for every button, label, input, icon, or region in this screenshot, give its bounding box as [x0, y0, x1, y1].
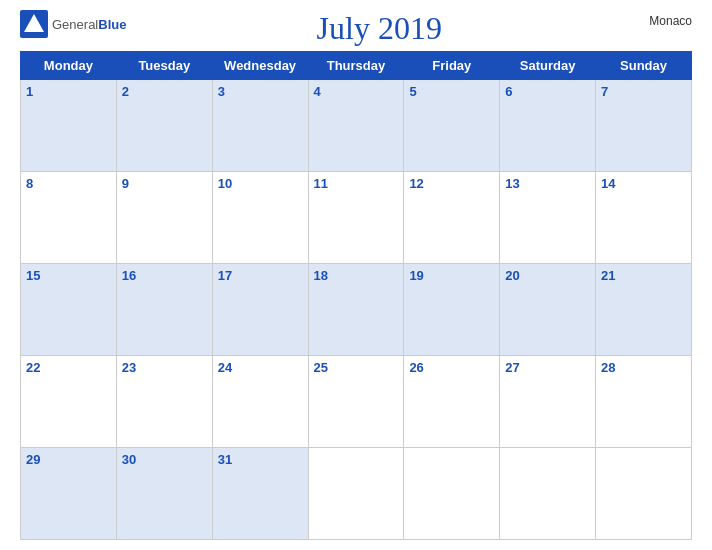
calendar-day-6: 6 — [500, 80, 596, 172]
day-header-tuesday: Tuesday — [116, 52, 212, 80]
calendar-day-20: 20 — [500, 264, 596, 356]
day-header-thursday: Thursday — [308, 52, 404, 80]
calendar-day-23: 23 — [116, 356, 212, 448]
calendar-day-12: 12 — [404, 172, 500, 264]
logo: GeneralBlue — [20, 10, 126, 38]
calendar-day-11: 11 — [308, 172, 404, 264]
calendar-day-15: 15 — [21, 264, 117, 356]
calendar-week-row: 15161718192021 — [21, 264, 692, 356]
calendar-day-3: 3 — [212, 80, 308, 172]
logo-text: GeneralBlue — [52, 15, 126, 33]
calendar-day-21: 21 — [596, 264, 692, 356]
calendar-week-row: 293031 — [21, 448, 692, 540]
calendar-table: MondayTuesdayWednesdayThursdayFridaySatu… — [20, 51, 692, 540]
calendar-body: 1234567891011121314151617181920212223242… — [21, 80, 692, 540]
calendar-day-13: 13 — [500, 172, 596, 264]
calendar-day-2: 2 — [116, 80, 212, 172]
calendar-day-31: 31 — [212, 448, 308, 540]
calendar-day-18: 18 — [308, 264, 404, 356]
calendar-day-25: 25 — [308, 356, 404, 448]
calendar-day-19: 19 — [404, 264, 500, 356]
title-area: July 2019 — [126, 10, 632, 47]
header: GeneralBlue July 2019 Monaco — [20, 10, 692, 47]
calendar-day-empty — [596, 448, 692, 540]
calendar-day-empty — [500, 448, 596, 540]
calendar-day-empty — [404, 448, 500, 540]
calendar-week-row: 1234567 — [21, 80, 692, 172]
calendar-day-16: 16 — [116, 264, 212, 356]
calendar-day-7: 7 — [596, 80, 692, 172]
calendar-day-8: 8 — [21, 172, 117, 264]
calendar-day-17: 17 — [212, 264, 308, 356]
day-header-sunday: Sunday — [596, 52, 692, 80]
calendar-header-row: MondayTuesdayWednesdayThursdayFridaySatu… — [21, 52, 692, 80]
logo-icon — [20, 10, 48, 38]
calendar-day-1: 1 — [21, 80, 117, 172]
calendar-day-empty — [308, 448, 404, 540]
calendar-day-30: 30 — [116, 448, 212, 540]
day-header-saturday: Saturday — [500, 52, 596, 80]
day-header-wednesday: Wednesday — [212, 52, 308, 80]
calendar-day-14: 14 — [596, 172, 692, 264]
calendar-title: July 2019 — [126, 10, 632, 47]
calendar-day-10: 10 — [212, 172, 308, 264]
calendar-day-4: 4 — [308, 80, 404, 172]
calendar-week-row: 891011121314 — [21, 172, 692, 264]
calendar-day-24: 24 — [212, 356, 308, 448]
country-label: Monaco — [632, 10, 692, 28]
calendar-day-29: 29 — [21, 448, 117, 540]
day-header-friday: Friday — [404, 52, 500, 80]
calendar-week-row: 22232425262728 — [21, 356, 692, 448]
calendar-day-27: 27 — [500, 356, 596, 448]
calendar-day-5: 5 — [404, 80, 500, 172]
calendar-day-9: 9 — [116, 172, 212, 264]
calendar-day-22: 22 — [21, 356, 117, 448]
day-header-monday: Monday — [21, 52, 117, 80]
calendar-day-26: 26 — [404, 356, 500, 448]
calendar-day-28: 28 — [596, 356, 692, 448]
